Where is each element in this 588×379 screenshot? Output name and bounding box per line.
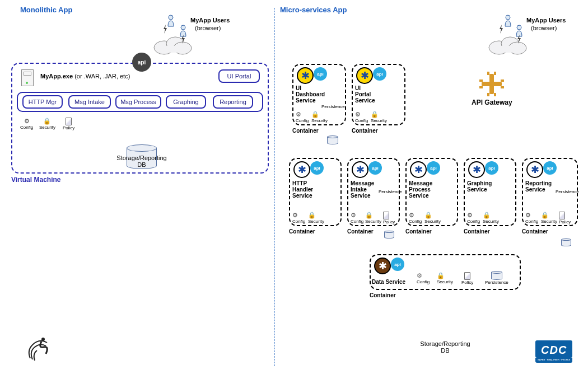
gear-icon: ⚙ bbox=[525, 212, 531, 218]
api-badge: api bbox=[427, 161, 440, 175]
lock-icon: 🔒 bbox=[308, 212, 316, 218]
api-badge: api bbox=[543, 161, 557, 175]
medical-star-icon: ✱ bbox=[293, 161, 310, 178]
security-item: 🔒 Security bbox=[39, 118, 55, 130]
policy-item: Policy bbox=[383, 212, 395, 224]
user-icon bbox=[504, 15, 512, 28]
svg-rect-19 bbox=[479, 86, 483, 88]
lock-icon: 🔒 bbox=[39, 118, 55, 125]
medical-star-icon: ✱ bbox=[468, 161, 485, 178]
container-label: Container bbox=[289, 228, 315, 235]
security-label: Security bbox=[39, 125, 55, 130]
column-divider bbox=[274, 8, 275, 366]
gear-icon: ⚙ bbox=[20, 118, 33, 125]
module-msg-process: Msg Process bbox=[115, 95, 161, 109]
gear-icon: ⚙ bbox=[467, 212, 473, 218]
module-msg-intake: Msg Intake bbox=[68, 95, 111, 109]
gear-icon: ⚙ bbox=[417, 272, 422, 279]
cdc-logo: CDC SAFER · HEALTHIER · PEOPLE bbox=[535, 340, 572, 363]
gear-icon: ⚙ bbox=[355, 111, 361, 118]
medical-star-icon: ✱ bbox=[356, 67, 373, 84]
config-item: ⚙Config bbox=[355, 111, 368, 123]
lock-icon: 🔒 bbox=[424, 212, 432, 218]
db-label: Storage/Reporting DB bbox=[414, 340, 476, 354]
lock-icon: 🔒 bbox=[311, 111, 319, 118]
lock-icon: 🔒 bbox=[437, 272, 445, 279]
lightning-icon bbox=[516, 35, 522, 45]
security-item: 🔒Security bbox=[311, 111, 328, 123]
svg-point-7 bbox=[517, 25, 521, 30]
svg-rect-14 bbox=[487, 72, 489, 75]
vm-label: Virtual Machine bbox=[11, 176, 60, 184]
ui-portal-module: UI Portal bbox=[218, 69, 260, 83]
persistence-label: Persistence bbox=[379, 189, 402, 194]
policy-item: Policy bbox=[559, 212, 571, 224]
lock-icon: 🔒 bbox=[483, 212, 491, 218]
app-suffix: (or .WAR, .JAR, etc) bbox=[73, 73, 130, 79]
security-item: 🔒Security bbox=[371, 111, 387, 123]
svc-name: HTTP Handler Service bbox=[292, 180, 313, 199]
user-icon bbox=[167, 15, 175, 28]
api-badge: api bbox=[368, 161, 382, 175]
config-item: ⚙Config bbox=[467, 212, 480, 224]
persistence-icon bbox=[491, 271, 502, 280]
security-item: 🔒Security bbox=[424, 212, 441, 224]
svc-name: Graphing Service bbox=[467, 180, 492, 193]
config-item: ⚙Config bbox=[292, 212, 305, 224]
container-label: Container bbox=[370, 292, 396, 298]
monolithic-heading: Monolithic App bbox=[20, 6, 72, 14]
lightning-icon bbox=[180, 35, 186, 45]
api-badge: api bbox=[310, 161, 324, 175]
container-label: Container bbox=[347, 228, 374, 235]
config-item: ⚙Config bbox=[296, 111, 309, 123]
security-item: 🔒Security bbox=[541, 212, 557, 224]
svg-rect-21 bbox=[501, 86, 504, 88]
svg-point-1 bbox=[181, 25, 185, 30]
config-item: ⚙ Config bbox=[20, 118, 33, 130]
svg-point-22 bbox=[41, 338, 45, 341]
security-item: 🔒Security bbox=[308, 212, 324, 224]
module-http-mgr: HTTP Mgr bbox=[22, 95, 63, 109]
module-graphing: Graphing bbox=[166, 95, 206, 109]
lightning-icon bbox=[162, 25, 168, 35]
svc-name: UI Dashboard Service bbox=[296, 85, 325, 104]
container-label: Container bbox=[405, 228, 432, 235]
api-badge: api bbox=[485, 161, 498, 175]
app-name: MyApp.exe bbox=[40, 73, 73, 79]
api-badge: api bbox=[314, 67, 327, 81]
svc-name: Message Process Service bbox=[409, 180, 432, 199]
medical-star-icon: ✱ bbox=[410, 161, 427, 178]
persistence-item: Persistence bbox=[485, 271, 508, 285]
config-item: ⚙Config bbox=[351, 212, 363, 224]
container-label: Container bbox=[464, 228, 490, 235]
cdc-logo-sub: SAFER · HEALTHIER · PEOPLE bbox=[535, 358, 572, 363]
api-gateway-label: API Gateway bbox=[472, 99, 512, 106]
svg-rect-20 bbox=[501, 79, 504, 82]
svg-point-0 bbox=[169, 15, 173, 20]
gear-icon: ⚙ bbox=[292, 212, 298, 218]
medical-star-icon: ✱ bbox=[526, 161, 543, 178]
lightning-icon bbox=[498, 25, 504, 35]
container-label: Container bbox=[292, 128, 319, 134]
medical-star-icon: ✱ bbox=[297, 67, 314, 84]
app-name-line: MyApp.exe (or .WAR, .JAR, etc) bbox=[40, 73, 130, 79]
container-label: Container bbox=[352, 128, 378, 134]
left-users-sub: (browser) bbox=[195, 25, 221, 31]
config-item: ⚙Config bbox=[417, 272, 430, 284]
gear-icon: ⚙ bbox=[296, 111, 301, 118]
persistence-icon bbox=[384, 231, 394, 238]
left-users-title: MyApp Users bbox=[190, 17, 230, 24]
persistence-label: Persistence bbox=[321, 104, 345, 109]
svg-rect-16 bbox=[487, 93, 489, 96]
api-badge: api bbox=[391, 258, 404, 271]
config-item: ⚙Config bbox=[409, 212, 422, 224]
persistence-icon bbox=[561, 238, 571, 246]
svg-rect-17 bbox=[494, 93, 496, 96]
server-icon bbox=[21, 69, 34, 86]
svg-rect-11 bbox=[496, 46, 521, 53]
lock-icon: 🔒 bbox=[541, 212, 549, 218]
policy-icon bbox=[383, 212, 389, 219]
svg-rect-15 bbox=[494, 72, 496, 75]
policy-item: Policy bbox=[63, 118, 74, 130]
security-item: 🔒Security bbox=[437, 272, 453, 284]
